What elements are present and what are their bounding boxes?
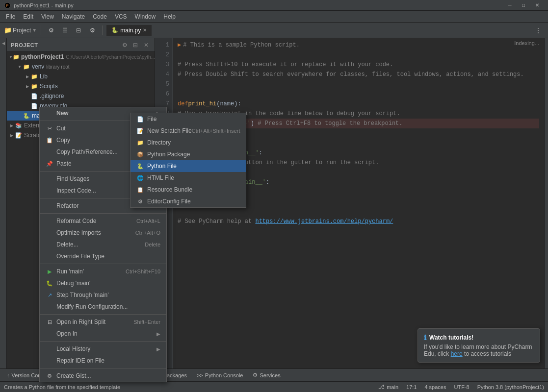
- submenu-scratch-label: New Scratch File: [147, 127, 192, 134]
- submenu-file-label: File: [147, 116, 240, 122]
- ctx-run-label: Run 'main': [56, 268, 126, 275]
- ctx-override-icon: [46, 252, 53, 260]
- ctx-item-repair-ide[interactable]: Repair IDE on File: [40, 355, 166, 367]
- ctx-item-run-main[interactable]: ▶ Run 'main' Ctrl+Shift+F10: [40, 266, 166, 277]
- ctx-item-modify-run[interactable]: Modify Run Configuration...: [40, 301, 166, 313]
- ctx-debug-label: Debug 'main': [56, 280, 160, 287]
- submenu-new: 📄 File 📝 New Scratch File Ctrl+Alt+Shift…: [130, 113, 246, 208]
- status-python[interactable]: Python 3.8 (pythonProject1): [477, 384, 544, 390]
- submenu-directory-icon: 📁: [136, 139, 144, 147]
- git-branch: main: [387, 384, 398, 390]
- ctx-override-label: Override File Type: [56, 253, 160, 260]
- ctx-modify-icon: [46, 303, 53, 311]
- tab-main-py[interactable]: 🐍 main.py ✕: [106, 25, 152, 36]
- status-encoding[interactable]: UTF-8: [454, 384, 469, 390]
- ctx-item-reformat[interactable]: Reformat Code Ctrl+Alt+L: [40, 215, 166, 227]
- settings-btn[interactable]: ⚙: [45, 24, 57, 36]
- ctx-open-in-icon: [46, 330, 53, 338]
- context-menu-overlay: New ▶ ✂ Cut Ctrl+X 📋 Copy Ctrl+C Copy Pa…: [0, 38, 548, 368]
- tab-python-console[interactable]: >> Python Console: [192, 371, 248, 379]
- submenu-item-scratch[interactable]: 📝 New Scratch File Ctrl+Alt+Shift+Insert: [130, 125, 246, 137]
- toolbar-sep-2: [102, 25, 103, 35]
- status-git[interactable]: ⎇ main: [378, 384, 398, 390]
- vc-icon: ↑: [7, 372, 10, 378]
- gear-btn[interactable]: ⚙: [86, 24, 98, 36]
- ctx-reformat-shortcut: Ctrl+Alt+L: [136, 218, 160, 224]
- ctx-gist-label: Create Gist...: [56, 372, 160, 379]
- tab-services[interactable]: ⚙ Services: [248, 371, 285, 379]
- toolbar: 📁 Project ▼ ⚙ ☰ ⊟ ⚙ 🐍 main.py ✕ ⋮: [0, 23, 548, 38]
- submenu-item-python-file[interactable]: 🐍 Python File: [130, 160, 246, 172]
- services-icon: ⚙: [253, 372, 258, 378]
- ctx-item-optimize[interactable]: Optimize Imports Ctrl+Alt+O: [40, 227, 166, 239]
- title-bar-text: pythonProject1 - main.py: [14, 2, 74, 8]
- ctx-item-delete[interactable]: Delete... Delete: [40, 239, 166, 250]
- submenu-file-icon: 📄: [136, 115, 144, 123]
- menu-navigate[interactable]: Navigate: [58, 12, 89, 21]
- ctx-run-icon: ▶: [46, 268, 53, 275]
- ctx-cut-icon: ✂: [46, 124, 53, 132]
- ctx-delete-icon: [46, 241, 53, 248]
- ctx-step-icon: ↗: [46, 291, 53, 299]
- ctx-sep-8: [40, 368, 166, 368]
- ctx-item-debug-main[interactable]: 🐛 Debug 'main': [40, 277, 166, 289]
- ctx-reformat-icon: [46, 217, 53, 225]
- ctx-run-shortcut: Ctrl+Shift+F10: [126, 269, 160, 274]
- tab-bar: 🐍 main.py ✕: [106, 25, 530, 36]
- ctx-history-icon: [46, 345, 53, 353]
- ctx-delete-label: Delete...: [56, 241, 145, 248]
- submenu-python-file-label: Python File: [147, 163, 240, 170]
- submenu-item-python-package[interactable]: 📦 Python Package: [130, 148, 246, 160]
- project-dropdown-icon[interactable]: ▼: [32, 27, 37, 33]
- menu-help[interactable]: Help: [159, 12, 180, 21]
- submenu-item-resource-bundle[interactable]: 📋 Resource Bundle: [130, 184, 246, 196]
- menu-file[interactable]: File: [2, 12, 19, 21]
- title-bar-controls: ─ □ ✕: [503, 0, 544, 11]
- submenu-html-file-label: HTML File: [147, 174, 240, 181]
- tab-close-icon[interactable]: ✕: [143, 27, 147, 33]
- maximize-button[interactable]: □: [517, 0, 530, 11]
- submenu-python-package-icon: 📦: [136, 150, 144, 158]
- menu-window[interactable]: Window: [131, 12, 160, 21]
- ctx-optimize-label: Optimize Imports: [56, 229, 135, 236]
- ctx-optimize-shortcut: Ctrl+Alt+O: [135, 230, 160, 236]
- ctx-item-step-through[interactable]: ↗ Step Through 'main': [40, 289, 166, 301]
- submenu-item-html-file[interactable]: 🌐 HTML File: [130, 172, 246, 184]
- submenu-python-file-icon: 🐍: [136, 162, 144, 170]
- submenu-item-directory[interactable]: 📁 Directory: [130, 137, 246, 148]
- ctx-sep-5: [40, 264, 166, 264]
- submenu-item-editorconfig[interactable]: ⚙ EditorConfig File: [130, 196, 246, 207]
- ctx-inspect-icon: [46, 187, 53, 195]
- minimize-button[interactable]: ─: [503, 0, 517, 11]
- menu-view[interactable]: View: [37, 12, 58, 21]
- menu-vcs[interactable]: VCS: [111, 12, 131, 21]
- more-tabs-btn[interactable]: ⋮: [532, 24, 544, 36]
- project-icon: 📁: [4, 26, 12, 34]
- status-position: 17:1: [406, 384, 417, 390]
- list-btn[interactable]: ☰: [59, 24, 71, 36]
- menu-code[interactable]: Code: [89, 12, 111, 21]
- ctx-gist-icon: ⚙: [46, 372, 53, 380]
- ctx-item-override-type[interactable]: Override File Type: [40, 250, 166, 262]
- ctx-item-open-right-split[interactable]: ⊟ Open in Right Split Shift+Enter: [40, 316, 166, 328]
- collapse-btn[interactable]: ⊟: [73, 24, 84, 36]
- ctx-open-right-shortcut: Shift+Enter: [133, 319, 160, 325]
- app-icon: P: [4, 2, 11, 9]
- status-indent[interactable]: 4 spaces: [424, 384, 446, 390]
- ctx-item-create-gist[interactable]: ⚙ Create Gist...: [40, 370, 166, 382]
- menu-edit[interactable]: Edit: [19, 12, 37, 21]
- submenu-html-file-icon: 🌐: [136, 174, 144, 182]
- ctx-sep-6: [40, 314, 166, 315]
- ctx-debug-icon: 🐛: [46, 279, 53, 287]
- close-button[interactable]: ✕: [530, 0, 544, 11]
- ctx-item-open-in[interactable]: Open In ▶: [40, 328, 166, 340]
- project-selector: 📁 Project ▼: [4, 26, 37, 34]
- submenu-scratch-shortcut: Ctrl+Alt+Shift+Insert: [192, 128, 240, 134]
- ctx-paste-icon: 📌: [46, 160, 53, 168]
- ctx-repair-icon: [46, 357, 53, 365]
- menu-bar: File Edit View Navigate Code VCS Window …: [0, 11, 548, 23]
- ctx-history-label: Local History: [56, 345, 157, 352]
- submenu-item-file[interactable]: 📄 File: [130, 113, 246, 125]
- ctx-optimize-icon: [46, 229, 53, 237]
- ctx-item-local-history[interactable]: Local History ▶: [40, 343, 166, 355]
